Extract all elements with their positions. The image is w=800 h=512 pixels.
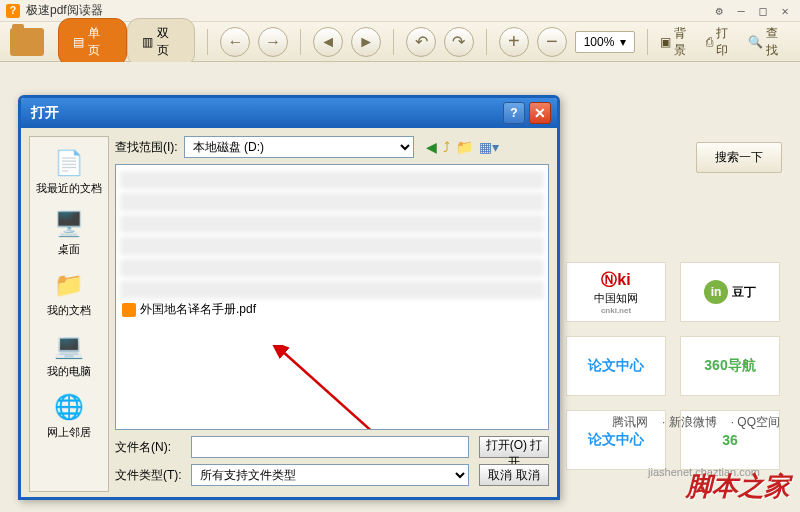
dialog-help-button[interactable]: ? [503, 102, 525, 124]
dialog-close-button[interactable]: ✕ [529, 102, 551, 124]
recent-docs-icon: 📄 [53, 147, 85, 179]
zoom-in-button[interactable]: + [499, 27, 529, 57]
link-tencent[interactable]: 腾讯网 [612, 414, 648, 431]
footer-links: 腾讯网 · 新浪微博 · QQ空间 [612, 414, 780, 431]
chevron-down-icon: ▾ [620, 35, 626, 49]
blurred-content [120, 169, 544, 299]
forward-button[interactable]: → [258, 27, 288, 57]
network-icon: 🌐 [53, 391, 85, 423]
tab-double-page[interactable]: ▥双页 [127, 18, 196, 66]
file-list[interactable]: 外国地名译名手册.pdf [115, 164, 549, 430]
settings-icon[interactable]: ⚙ [710, 4, 728, 18]
file-item-label: 外国地名译名手册.pdf [140, 301, 256, 318]
filetype-label: 文件类型(T): [115, 467, 185, 484]
file-item-pdf[interactable]: 外国地名译名手册.pdf [120, 299, 544, 320]
tile-360nav[interactable]: 360导航 [680, 336, 780, 396]
separator [300, 29, 301, 55]
separator [393, 29, 394, 55]
tab-single-page[interactable]: ▤单页 [58, 18, 127, 66]
desktop-icon: 🖥️ [53, 208, 85, 240]
dialog-open-button[interactable]: 打开(O) 打开 [479, 436, 549, 458]
rotate-right-button[interactable]: ↷ [444, 27, 474, 57]
pdf-file-icon [122, 303, 136, 317]
dialog-titlebar: 打开 ? ✕ [21, 98, 557, 128]
annotation-arrow [266, 345, 386, 430]
next-page-button[interactable]: ► [351, 27, 381, 57]
filename-label: 文件名(N): [115, 439, 185, 456]
separator [207, 29, 208, 55]
look-in-select[interactable]: 本地磁盘 (D:) [184, 136, 414, 158]
place-network[interactable]: 🌐网上邻居 [30, 387, 108, 444]
computer-icon: 💻 [53, 330, 85, 362]
places-bar: 📄我最近的文档 🖥️桌面 📁我的文档 💻我的电脑 🌐网上邻居 [29, 136, 109, 492]
place-mycomputer[interactable]: 💻我的电脑 [30, 326, 108, 383]
separator [647, 29, 648, 55]
zoom-out-button[interactable]: − [537, 27, 567, 57]
watermark-text: 脚本之家 [686, 469, 790, 504]
app-logo-icon: ? [6, 4, 20, 18]
tile-docin[interactable]: in豆丁 [680, 262, 780, 322]
print-button[interactable]: ⎙ 打印 [706, 25, 740, 59]
app-title: 极速pdf阅读器 [26, 2, 710, 19]
main-toolbar: ▤单页 ▥双页 ← → ◄ ► ↶ ↷ + − 100%▾ ▣ 背景 ⎙ 打印 … [0, 22, 800, 62]
minimize-button[interactable]: — [732, 4, 750, 18]
filename-input[interactable] [191, 436, 469, 458]
prev-page-button[interactable]: ◄ [313, 27, 343, 57]
tile-cnki[interactable]: Ⓝki中国知网cnki.net [566, 262, 666, 322]
back-button[interactable]: ← [220, 27, 250, 57]
open-file-dialog: 打开 ? ✕ 📄我最近的文档 🖥️桌面 📁我的文档 💻我的电脑 🌐网上邻居 查找… [18, 95, 560, 500]
tile-lunwen[interactable]: 论文中心 [566, 336, 666, 396]
look-in-label: 查找范围(I): [115, 139, 178, 156]
link-weibo[interactable]: · 新浪微博 [662, 414, 717, 431]
search-button[interactable]: 搜索一下 [696, 142, 782, 173]
mydocs-icon: 📁 [53, 269, 85, 301]
nav-newfolder-icon[interactable]: 📁 [456, 139, 473, 155]
find-button[interactable]: 🔍 查找 [748, 25, 790, 59]
maximize-button[interactable]: □ [754, 4, 772, 18]
zoom-select[interactable]: 100%▾ [575, 31, 636, 53]
tile-grid: Ⓝki中国知网cnki.net in豆丁 论文中心 360导航 论文中心 36 [566, 262, 780, 470]
rotate-left-button[interactable]: ↶ [406, 27, 436, 57]
nav-back-icon[interactable]: ◀ [426, 139, 437, 155]
close-button[interactable]: ✕ [776, 4, 794, 18]
link-qzone[interactable]: · QQ空间 [731, 414, 780, 431]
place-mydocs[interactable]: 📁我的文档 [30, 265, 108, 322]
dialog-cancel-button[interactable]: 取消 取消 [479, 464, 549, 486]
background-button[interactable]: ▣ 背景 [660, 25, 698, 59]
svg-line-0 [281, 350, 376, 430]
open-file-icon[interactable] [10, 28, 44, 56]
nav-up-icon[interactable]: ⤴ [443, 139, 450, 155]
separator [486, 29, 487, 55]
place-recent[interactable]: 📄我最近的文档 [30, 143, 108, 200]
filetype-select[interactable]: 所有支持文件类型 [191, 464, 469, 486]
place-desktop[interactable]: 🖥️桌面 [30, 204, 108, 261]
dialog-title: 打开 [27, 104, 499, 122]
nav-view-icon[interactable]: ▦▾ [479, 139, 499, 155]
